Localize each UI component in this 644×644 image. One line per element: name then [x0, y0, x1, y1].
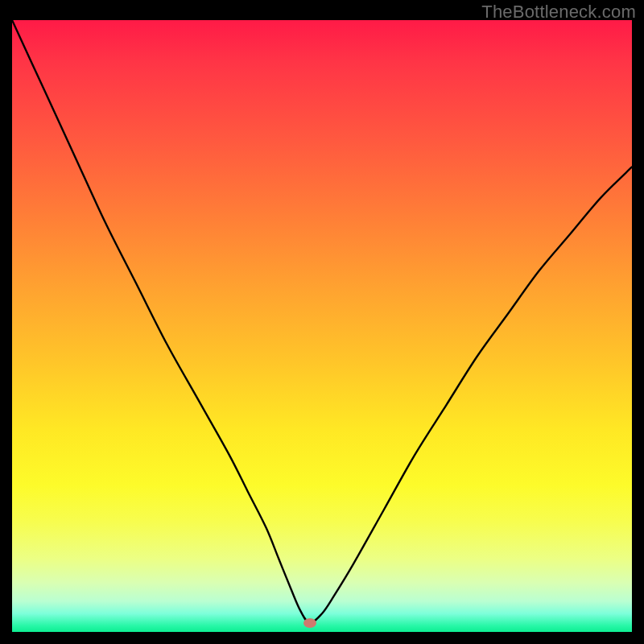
- bottleneck-curve: [12, 20, 632, 623]
- optimal-point-marker: [303, 618, 316, 628]
- chart-frame: TheBottleneck.com: [0, 0, 644, 644]
- curve-layer: [12, 20, 632, 632]
- watermark-text: TheBottleneck.com: [481, 2, 636, 23]
- plot-area: [12, 20, 632, 632]
